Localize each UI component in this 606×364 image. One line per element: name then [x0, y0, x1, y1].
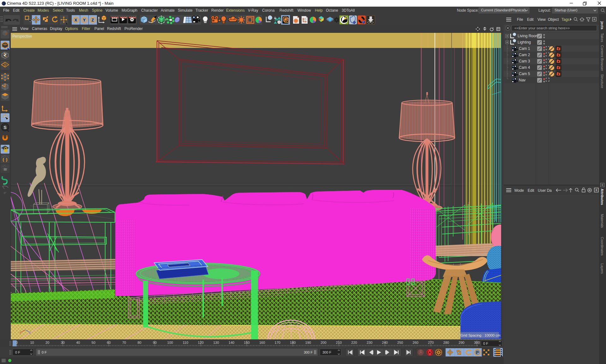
- svg-text:Cam 2: Cam 2: [519, 53, 530, 57]
- svg-text:Nav: Nav: [519, 78, 525, 82]
- svg-text:Mode: Mode: [514, 188, 524, 193]
- svg-text:160: 160: [259, 341, 265, 344]
- svg-text:0: 0: [16, 341, 18, 344]
- svg-text:200: 200: [321, 341, 326, 344]
- svg-text:240: 240: [382, 341, 388, 344]
- svg-text:Y: Y: [83, 18, 86, 22]
- svg-text:120: 120: [198, 341, 204, 344]
- svg-text:Z: Z: [92, 18, 94, 22]
- svg-text:Living Room: Living Room: [518, 34, 539, 38]
- svg-text:Grid Spacing : 10000 cm: Grid Spacing : 10000 cm: [460, 333, 501, 337]
- svg-text:250: 250: [397, 341, 403, 344]
- svg-text:110: 110: [183, 341, 189, 344]
- svg-text:x: x: [20, 331, 21, 334]
- svg-text:140: 140: [229, 341, 234, 344]
- svg-text:Cam 1: Cam 1: [519, 46, 530, 51]
- svg-text:190: 190: [305, 341, 311, 344]
- svg-text:0 F: 0 F: [483, 342, 488, 345]
- svg-text:Cam 3: Cam 3: [519, 59, 530, 63]
- svg-text:Tags: Tags: [561, 17, 569, 22]
- svg-text:230: 230: [367, 341, 372, 344]
- svg-text:0°: 0°: [4, 191, 7, 195]
- svg-text:0 F: 0 F: [42, 350, 47, 354]
- svg-text:z: z: [29, 331, 31, 334]
- svg-text:20: 20: [45, 341, 49, 344]
- svg-text:220: 220: [351, 341, 357, 344]
- svg-text:70: 70: [122, 341, 126, 344]
- svg-text:Edit: Edit: [527, 17, 534, 22]
- svg-text:280: 280: [443, 341, 449, 344]
- svg-text:60: 60: [107, 341, 111, 344]
- svg-text:300 F: 300 F: [304, 350, 313, 354]
- svg-text:210: 210: [336, 341, 342, 344]
- svg-text:10: 10: [30, 341, 34, 344]
- svg-text:User Da: User Da: [538, 188, 552, 193]
- svg-text:Cam 4: Cam 4: [519, 65, 530, 70]
- svg-text:Cam 5: Cam 5: [519, 72, 530, 76]
- svg-text:X: X: [75, 18, 77, 22]
- svg-text:130: 130: [213, 341, 219, 344]
- svg-text:80: 80: [137, 341, 141, 344]
- svg-text:170: 170: [275, 341, 280, 344]
- svg-text:40: 40: [76, 341, 80, 344]
- svg-text:300: 300: [474, 341, 480, 344]
- svg-text:<<Enter your search string her: <<Enter your search string here>>: [514, 26, 570, 30]
- svg-text:270: 270: [428, 341, 434, 344]
- svg-text:30: 30: [61, 341, 65, 344]
- svg-text:P: P: [476, 350, 479, 355]
- svg-text:150: 150: [244, 341, 249, 344]
- svg-text:100: 100: [167, 341, 173, 344]
- svg-text:Object: Object: [548, 17, 559, 22]
- svg-text:180: 180: [290, 341, 296, 344]
- svg-text:File: File: [517, 17, 523, 22]
- svg-text:Edit: Edit: [528, 188, 534, 193]
- svg-text:0 F: 0 F: [15, 350, 20, 354]
- svg-text:300 F: 300 F: [322, 350, 331, 354]
- svg-text:50: 50: [92, 341, 95, 344]
- svg-text:Lighting: Lighting: [518, 40, 531, 44]
- svg-text:290: 290: [459, 341, 464, 344]
- svg-text:S: S: [3, 125, 7, 130]
- svg-text:Perspective: Perspective: [12, 34, 32, 38]
- svg-text:260: 260: [413, 341, 418, 344]
- svg-text:90: 90: [153, 341, 157, 344]
- svg-text:View: View: [537, 17, 546, 22]
